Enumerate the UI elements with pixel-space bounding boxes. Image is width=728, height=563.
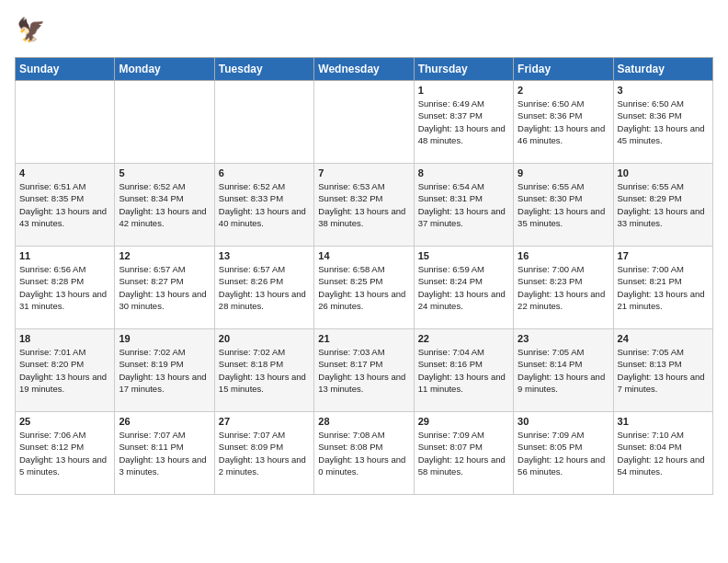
day-header-tuesday: Tuesday xyxy=(214,58,313,81)
cell-info: Sunrise: 7:05 AMSunset: 8:14 PMDaylight:… xyxy=(518,346,609,395)
week-row-2: 4Sunrise: 6:51 AMSunset: 8:35 PMDaylight… xyxy=(16,164,713,247)
day-header-friday: Friday xyxy=(514,58,613,81)
day-number: 7 xyxy=(318,167,409,178)
day-number: 31 xyxy=(618,416,709,427)
cell-info: Sunrise: 6:57 AMSunset: 8:26 PMDaylight:… xyxy=(219,263,310,312)
cell-info: Sunrise: 7:07 AMSunset: 8:11 PMDaylight:… xyxy=(119,429,210,477)
day-number: 26 xyxy=(119,416,210,427)
day-number: 2 xyxy=(518,85,609,96)
cell-info: Sunrise: 6:56 AMSunset: 8:28 PMDaylight:… xyxy=(19,263,110,312)
day-number: 10 xyxy=(618,167,709,178)
cell-info: Sunrise: 7:10 AMSunset: 8:04 PMDaylight:… xyxy=(618,429,709,477)
day-cell: 26Sunrise: 7:07 AMSunset: 8:11 PMDayligh… xyxy=(115,412,214,495)
cell-info: Sunrise: 6:50 AMSunset: 8:36 PMDaylight:… xyxy=(618,98,709,146)
day-cell: 13Sunrise: 6:57 AMSunset: 8:26 PMDayligh… xyxy=(214,247,313,329)
day-cell xyxy=(314,81,414,164)
day-header-saturday: Saturday xyxy=(613,58,712,81)
cell-info: Sunrise: 7:04 AMSunset: 8:16 PMDaylight:… xyxy=(418,346,509,395)
cell-info: Sunrise: 7:07 AMSunset: 8:09 PMDaylight:… xyxy=(219,429,310,477)
day-number: 28 xyxy=(318,416,409,427)
day-cell: 31Sunrise: 7:10 AMSunset: 8:04 PMDayligh… xyxy=(613,412,712,495)
day-cell: 11Sunrise: 6:56 AMSunset: 8:28 PMDayligh… xyxy=(16,247,115,329)
day-number: 11 xyxy=(19,250,110,261)
logo-icon: 🦅 xyxy=(15,15,48,48)
day-cell: 29Sunrise: 7:09 AMSunset: 8:07 PMDayligh… xyxy=(414,412,513,495)
day-number: 20 xyxy=(219,333,310,344)
day-cell: 24Sunrise: 7:05 AMSunset: 8:13 PMDayligh… xyxy=(613,329,712,412)
day-cell: 2Sunrise: 6:50 AMSunset: 8:36 PMDaylight… xyxy=(514,81,613,164)
day-number: 13 xyxy=(219,250,310,261)
day-cell: 8Sunrise: 6:54 AMSunset: 8:31 PMDaylight… xyxy=(414,164,513,247)
day-cell: 22Sunrise: 7:04 AMSunset: 8:16 PMDayligh… xyxy=(414,329,513,412)
cell-info: Sunrise: 6:59 AMSunset: 8:24 PMDaylight:… xyxy=(418,263,509,312)
day-cell xyxy=(16,81,115,164)
day-cell: 30Sunrise: 7:09 AMSunset: 8:05 PMDayligh… xyxy=(514,412,613,495)
day-number: 8 xyxy=(418,167,509,178)
day-number: 21 xyxy=(318,333,409,344)
day-cell xyxy=(115,81,214,164)
day-number: 22 xyxy=(418,333,509,344)
cell-info: Sunrise: 7:03 AMSunset: 8:17 PMDaylight:… xyxy=(318,346,409,395)
day-cell: 10Sunrise: 6:55 AMSunset: 8:29 PMDayligh… xyxy=(613,164,712,247)
day-header-sunday: Sunday xyxy=(16,58,115,81)
day-number: 5 xyxy=(119,167,210,178)
cell-info: Sunrise: 7:00 AMSunset: 8:21 PMDaylight:… xyxy=(618,263,709,312)
day-number: 19 xyxy=(119,333,210,344)
day-cell: 15Sunrise: 6:59 AMSunset: 8:24 PMDayligh… xyxy=(414,247,513,329)
day-number: 17 xyxy=(618,250,709,261)
day-number: 23 xyxy=(518,333,609,344)
cell-info: Sunrise: 7:09 AMSunset: 8:05 PMDaylight:… xyxy=(518,429,609,477)
cell-info: Sunrise: 7:06 AMSunset: 8:12 PMDaylight:… xyxy=(19,429,110,477)
day-cell: 20Sunrise: 7:02 AMSunset: 8:18 PMDayligh… xyxy=(214,329,313,412)
cell-info: Sunrise: 7:02 AMSunset: 8:18 PMDaylight:… xyxy=(219,346,310,395)
day-cell: 3Sunrise: 6:50 AMSunset: 8:36 PMDaylight… xyxy=(613,81,712,164)
week-row-5: 25Sunrise: 7:06 AMSunset: 8:12 PMDayligh… xyxy=(16,412,713,495)
day-number: 9 xyxy=(518,167,609,178)
week-row-1: 1Sunrise: 6:49 AMSunset: 8:37 PMDaylight… xyxy=(16,81,713,164)
day-cell: 5Sunrise: 6:52 AMSunset: 8:34 PMDaylight… xyxy=(115,164,214,247)
day-cell: 17Sunrise: 7:00 AMSunset: 8:21 PMDayligh… xyxy=(613,247,712,329)
day-number: 3 xyxy=(618,85,709,96)
week-row-4: 18Sunrise: 7:01 AMSunset: 8:20 PMDayligh… xyxy=(16,329,713,412)
day-cell: 18Sunrise: 7:01 AMSunset: 8:20 PMDayligh… xyxy=(16,329,115,412)
cell-info: Sunrise: 7:01 AMSunset: 8:20 PMDaylight:… xyxy=(19,346,110,395)
day-number: 1 xyxy=(418,85,509,96)
cell-info: Sunrise: 6:49 AMSunset: 8:37 PMDaylight:… xyxy=(418,98,509,146)
cell-info: Sunrise: 6:53 AMSunset: 8:32 PMDaylight:… xyxy=(318,180,409,229)
cell-info: Sunrise: 7:05 AMSunset: 8:13 PMDaylight:… xyxy=(618,346,709,395)
day-cell xyxy=(214,81,313,164)
day-header-wednesday: Wednesday xyxy=(314,58,414,81)
day-cell: 16Sunrise: 7:00 AMSunset: 8:23 PMDayligh… xyxy=(514,247,613,329)
day-cell: 23Sunrise: 7:05 AMSunset: 8:14 PMDayligh… xyxy=(514,329,613,412)
day-cell: 1Sunrise: 6:49 AMSunset: 8:37 PMDaylight… xyxy=(414,81,513,164)
day-number: 6 xyxy=(219,167,310,178)
day-cell: 12Sunrise: 6:57 AMSunset: 8:27 PMDayligh… xyxy=(115,247,214,329)
cell-info: Sunrise: 6:52 AMSunset: 8:34 PMDaylight:… xyxy=(119,180,210,229)
day-cell: 7Sunrise: 6:53 AMSunset: 8:32 PMDaylight… xyxy=(314,164,414,247)
day-number: 4 xyxy=(19,167,110,178)
cell-info: Sunrise: 6:55 AMSunset: 8:30 PMDaylight:… xyxy=(518,180,609,229)
day-cell: 14Sunrise: 6:58 AMSunset: 8:25 PMDayligh… xyxy=(314,247,414,329)
header-row: SundayMondayTuesdayWednesdayThursdayFrid… xyxy=(16,58,713,81)
day-header-monday: Monday xyxy=(115,58,214,81)
day-cell: 21Sunrise: 7:03 AMSunset: 8:17 PMDayligh… xyxy=(314,329,414,412)
cell-info: Sunrise: 6:57 AMSunset: 8:27 PMDaylight:… xyxy=(119,263,210,312)
cell-info: Sunrise: 6:52 AMSunset: 8:33 PMDaylight:… xyxy=(219,180,310,229)
day-number: 14 xyxy=(318,250,409,261)
day-number: 25 xyxy=(19,416,110,427)
cell-info: Sunrise: 6:51 AMSunset: 8:35 PMDaylight:… xyxy=(19,180,110,229)
day-number: 27 xyxy=(219,416,310,427)
day-number: 12 xyxy=(119,250,210,261)
svg-text:🦅: 🦅 xyxy=(17,16,46,44)
day-cell: 27Sunrise: 7:07 AMSunset: 8:09 PMDayligh… xyxy=(214,412,313,495)
day-cell: 6Sunrise: 6:52 AMSunset: 8:33 PMDaylight… xyxy=(214,164,313,247)
day-number: 16 xyxy=(518,250,609,261)
logo: 🦅 xyxy=(15,15,51,48)
cell-info: Sunrise: 6:55 AMSunset: 8:29 PMDaylight:… xyxy=(618,180,709,229)
day-cell: 19Sunrise: 7:02 AMSunset: 8:19 PMDayligh… xyxy=(115,329,214,412)
cell-info: Sunrise: 7:09 AMSunset: 8:07 PMDaylight:… xyxy=(418,429,509,477)
cell-info: Sunrise: 6:54 AMSunset: 8:31 PMDaylight:… xyxy=(418,180,509,229)
cell-info: Sunrise: 6:58 AMSunset: 8:25 PMDaylight:… xyxy=(318,263,409,312)
day-number: 18 xyxy=(19,333,110,344)
header: 🦅 xyxy=(15,15,713,48)
